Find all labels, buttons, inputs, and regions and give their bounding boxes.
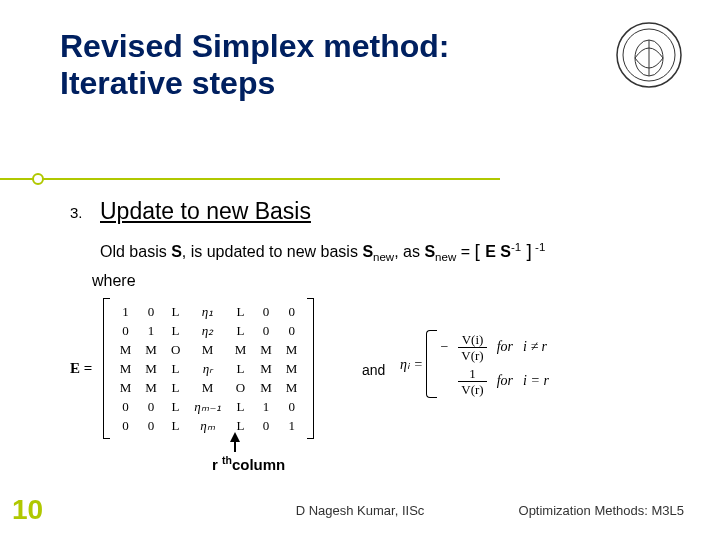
eta-cases: − V(i) V(r) for i ≠ r − 1 V(r) for i = r xyxy=(426,330,548,398)
divider-line xyxy=(0,178,500,180)
sub-new1: new xyxy=(373,251,394,263)
frac-case2: 1 V(r) xyxy=(458,367,486,396)
matrix-row: 01Lη₂L00 xyxy=(113,321,305,340)
matrix-row: MMOMMMM xyxy=(113,340,305,359)
bracket-close: ] xyxy=(521,240,532,261)
step-title: Update to new Basis xyxy=(100,198,311,224)
body-text: Old basis S, is updated to new basis Sne… xyxy=(100,240,690,263)
for-1: for xyxy=(497,339,513,355)
matrix-E-equation: E = 10Lη₁L00 01Lη₂L00 MMOMMMM MMLηᵣLMM M… xyxy=(70,298,314,439)
text-as: , as xyxy=(394,243,424,260)
eta-lhs: ηᵢ = xyxy=(400,357,423,372)
slide-title: Revised Simplex method: Iterative steps xyxy=(60,28,680,102)
matrix-E: 10Lη₁L00 01Lη₂L00 MMOMMMM MMLηᵣLMM MMLMO… xyxy=(103,298,315,439)
sym-ES: E S xyxy=(485,243,511,260)
matrix-row: MMLηᵣLMM xyxy=(113,359,305,378)
where-label: where xyxy=(92,272,136,290)
text-prefix: Old basis xyxy=(100,243,171,260)
and-label: and xyxy=(362,362,385,378)
title-line2: Iterative steps xyxy=(60,65,275,101)
sub-new2: new xyxy=(435,251,456,263)
exp-outer: -1 xyxy=(532,241,545,253)
arrow-up-icon xyxy=(230,432,240,442)
for-2: for xyxy=(497,373,513,389)
title-line1: Revised Simplex method: xyxy=(60,28,449,64)
step-heading: 3. Update to new Basis xyxy=(100,198,311,225)
text-eq: = xyxy=(456,243,474,260)
eta-case-2: − 1 V(r) for i = r xyxy=(440,364,548,398)
exp-inner: -1 xyxy=(511,241,521,253)
cond-2: i = r xyxy=(523,373,549,389)
matrix-table: 10Lη₁L00 01Lη₂L00 MMOMMMM MMLηᵣLMM MMLMO… xyxy=(113,302,305,435)
matrix-E-label: E = xyxy=(70,360,92,377)
rth-column-label: r thcolumn xyxy=(212,454,285,473)
slide: Revised Simplex method: Iterative steps … xyxy=(0,0,720,540)
minus-sign: − xyxy=(440,339,448,355)
eta-definition: ηᵢ = − V(i) V(r) for i ≠ r − 1 V(r) for … xyxy=(400,330,549,398)
sym-S: S xyxy=(171,243,182,260)
text-mid: , is updated to new basis xyxy=(182,243,363,260)
footer-course: Optimization Methods: M3L5 xyxy=(519,503,684,518)
frac-case1: V(i) V(r) xyxy=(458,333,486,362)
crest-icon xyxy=(614,20,684,90)
matrix-row: 10Lη₁L00 xyxy=(113,302,305,321)
sym-Snew1: S xyxy=(362,243,373,260)
step-number: 3. xyxy=(70,204,83,221)
eta-case-1: − V(i) V(r) for i ≠ r xyxy=(440,330,548,364)
iisc-logo xyxy=(614,20,684,90)
matrix-row: 00LηₘL01 xyxy=(113,416,305,435)
cond-1: i ≠ r xyxy=(523,339,547,355)
sym-Snew2: S xyxy=(424,243,435,260)
matrix-row: 00Lηₘ₋₁L10 xyxy=(113,397,305,416)
bullet-dot-icon xyxy=(32,173,44,185)
bracket-open: [ xyxy=(474,240,485,261)
matrix-row: MMLMOMM xyxy=(113,378,305,397)
arrow-stem xyxy=(234,442,236,452)
